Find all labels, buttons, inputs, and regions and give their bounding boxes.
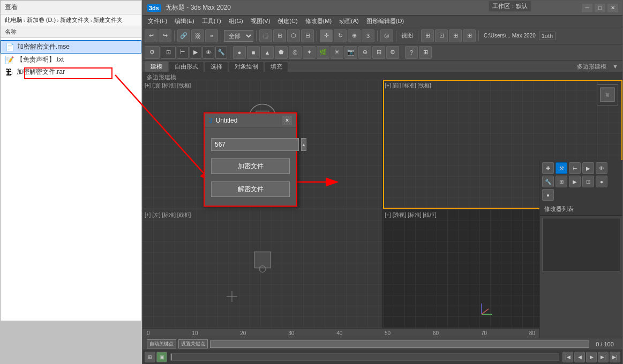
dialog-spin-up[interactable]: ▲ [301, 138, 306, 151]
help-btn[interactable]: ? [405, 46, 418, 59]
rp-utility-tab[interactable]: 🔧 [542, 176, 554, 187]
rp-extra2-btn[interactable]: ⊡ [582, 176, 594, 187]
view-btn[interactable]: ◎ [380, 29, 393, 42]
move-btn[interactable]: ✛ [320, 29, 333, 42]
svg-line-14 [482, 309, 489, 314]
dialog-encrypt-button[interactable]: 加密文件 [211, 158, 290, 174]
rp-modifier-list[interactable] [542, 218, 620, 271]
frame-slider[interactable] [170, 353, 559, 361]
maximize-button[interactable]: □ [595, 4, 605, 12]
tab-freeform[interactable]: 自由形式 [169, 61, 204, 72]
viewport-nav2[interactable]: ▣ [156, 352, 167, 362]
rp-modify-tab[interactable]: ⚒ [556, 162, 567, 174]
vp-label-perspective: [+] [透视] [标准] [线框] [385, 211, 437, 219]
max-toolbar1: ↩ ↪ 🔗 ⛓ ≈ 全部 ⬚ ⊞ ⬡ ⊟ ✛ ↻ ⊕ 3 ◎ 视图 ⊞ ⊡ ⊞ … [142, 27, 622, 44]
menu-animation[interactable]: 动画(A) [336, 16, 362, 26]
max-logo: 3ds [147, 4, 161, 12]
scale-btn[interactable]: ⊕ [348, 29, 361, 42]
tab-object-paint[interactable]: 对象绘制 [229, 61, 264, 72]
menu-modifier[interactable]: 修改器(M) [302, 16, 335, 26]
playback-next-frame[interactable]: ▶| [598, 352, 609, 362]
viewport-nav1[interactable]: ⊞ [145, 352, 155, 362]
display-tab-btn[interactable]: 👁 [202, 46, 214, 59]
sep1: › [24, 17, 26, 24]
menu-file[interactable]: 文件(F) [145, 16, 170, 26]
tab-modeling[interactable]: 建模 [145, 61, 168, 72]
rp-close2-btn[interactable]: ● [542, 189, 554, 201]
close-button[interactable]: ✕ [607, 4, 618, 12]
rp-display-tab[interactable]: 👁 [596, 162, 607, 174]
file-item-mse[interactable]: 📄 加密解密文件.mse [1, 40, 141, 54]
minimize-button[interactable]: ─ [582, 4, 592, 12]
rp-hierarchy-tab[interactable]: ⊢ [569, 162, 581, 174]
rp-motion-tab[interactable]: ▶ [582, 162, 594, 174]
select2-btn[interactable]: ⊞ [273, 29, 286, 42]
ruler-marks: 0 10 20 30 40 50 60 70 80 [147, 330, 535, 336]
space-btn[interactable]: ⊞ [372, 46, 385, 59]
fe-column-header: 名称 [1, 26, 141, 38]
dialog-password-input[interactable] [211, 138, 299, 151]
rp-close-btn[interactable]: ● [596, 176, 607, 187]
file-item-txt[interactable]: 📝 【免责声明】.txt [1, 54, 141, 66]
select-btn[interactable]: ⬚ [259, 29, 272, 42]
timeline-auto-key[interactable]: 自动关键点 [147, 339, 176, 348]
torus-btn[interactable]: ◎ [289, 46, 302, 59]
workspace-label: 工作区：默认 [489, 1, 531, 12]
dialog-close-button[interactable]: × [282, 116, 292, 125]
file-item-rar[interactable]: 🗜 加密解密文件.rar [1, 66, 141, 78]
snap2-btn[interactable]: ⊡ [435, 29, 448, 42]
menu-create[interactable]: 创建(C) [274, 16, 301, 26]
utility-tab-btn[interactable]: 🔧 [215, 46, 227, 59]
fe-toolbar-label: 查看 [5, 3, 18, 12]
menu-graph-editor[interactable]: 图形编辑器(D) [363, 16, 407, 26]
playback-prev-frame[interactable]: ◀ [574, 352, 585, 362]
rp-paint-btn[interactable]: ⊞ [556, 176, 567, 187]
viewport-left[interactable]: [+] [左] [标准] [线框] [142, 209, 382, 338]
rp-create-tab[interactable]: ✚ [542, 162, 554, 174]
extra-btn[interactable]: ⊞ [419, 46, 432, 59]
cyl-btn[interactable]: ⬟ [275, 46, 288, 59]
rp-tabs: ✚ ⚒ ⊢ ▶ 👁 🔧 ⊞ ▶ ⊡ ● ● [540, 160, 622, 203]
helper-btn[interactable]: ⊕ [358, 46, 371, 59]
menu-group[interactable]: 组(G) [226, 16, 246, 26]
rp-extra-btn[interactable]: ▶ [569, 176, 581, 187]
system-btn[interactable]: ⚙ [386, 46, 399, 59]
bind-btn[interactable]: ≈ [205, 29, 218, 42]
box-btn[interactable]: ■ [247, 46, 260, 59]
redo-btn[interactable]: ↪ [159, 29, 171, 42]
undo-btn[interactable]: ↩ [145, 29, 157, 42]
lasso-btn[interactable]: ⬡ [287, 29, 300, 42]
star-btn[interactable]: ✦ [303, 46, 316, 59]
menu-tools[interactable]: 工具(T) [199, 16, 224, 26]
rotate-btn[interactable]: ↻ [334, 29, 347, 42]
svg-text:前: 前 [605, 93, 610, 97]
menu-edit[interactable]: 编辑(E) [171, 16, 198, 26]
align-btn[interactable]: ⊞ [463, 29, 476, 42]
mirror-btn[interactable]: ⊞ [449, 29, 462, 42]
camera-btn[interactable]: 📷 [344, 46, 357, 59]
sphere-btn[interactable]: ● [233, 46, 246, 59]
plant-btn[interactable]: 🌿 [317, 46, 329, 59]
all-dropdown[interactable]: 全部 [224, 30, 253, 42]
dialog-decrypt-button[interactable]: 解密文件 [211, 181, 290, 197]
ref-btn[interactable]: 3 [362, 29, 374, 42]
playback-start[interactable]: |◀ [562, 352, 573, 362]
sep-tb8 [478, 31, 479, 41]
tab-fill[interactable]: 填充 [265, 61, 288, 72]
motion-tab-btn[interactable]: ▶ [190, 46, 201, 59]
snap-btn[interactable]: ⊞ [421, 29, 434, 42]
unlink-btn[interactable]: ⛓ [191, 29, 204, 42]
create-tab-btn[interactable]: ⚙ [145, 46, 160, 59]
link-btn[interactable]: 🔗 [177, 29, 190, 42]
tab-selection[interactable]: 选择 [205, 61, 228, 72]
modifier-tab-btn[interactable]: ⊡ [161, 46, 176, 59]
cone-btn[interactable]: ▲ [261, 46, 274, 59]
hierarchy-tab-btn[interactable]: ⊢ [177, 46, 189, 59]
playback-play[interactable]: ▶ [586, 352, 597, 362]
timeline-set-key[interactable]: 设置关键点 [178, 339, 208, 348]
timeline-slider[interactable] [210, 340, 589, 348]
light-btn[interactable]: ☀ [331, 46, 343, 59]
playback-end[interactable]: ▶| [610, 352, 620, 362]
menu-view[interactable]: 视图(V) [247, 16, 274, 26]
region-btn[interactable]: ⊟ [301, 29, 314, 42]
